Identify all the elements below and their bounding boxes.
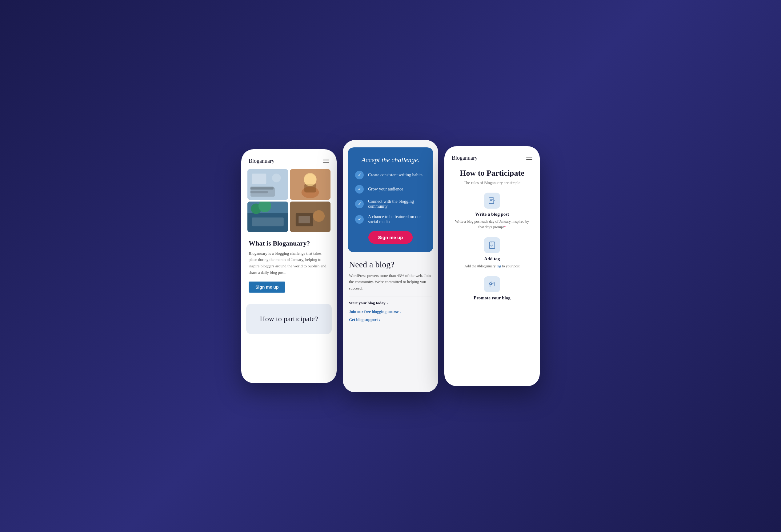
participate-item-3: Promote your blog <box>452 276 532 302</box>
phone1-logo: Bloganuary <box>249 158 275 164</box>
svg-point-4 <box>272 173 281 182</box>
check-icon-3: ✓ <box>355 200 364 208</box>
svg-rect-11 <box>252 217 284 226</box>
phone3-header: Bloganuary <box>444 146 540 166</box>
participate-item-1-desc: Write a blog post each day of January, i… <box>455 219 529 230</box>
svg-rect-1 <box>250 187 273 189</box>
promote-icon <box>484 276 500 292</box>
phone1-image-grid <box>241 169 337 237</box>
tag-icon <box>484 237 500 253</box>
challenge-title: Accept the challenge. <box>355 156 426 164</box>
svg-rect-16 <box>298 216 310 223</box>
check-icon-1: ✓ <box>355 171 364 179</box>
divider <box>349 297 432 297</box>
check-item-2: ✓ Grow your audience <box>355 185 426 194</box>
phone3-subtitle: The rules of Bloganuary are simple <box>452 180 532 185</box>
need-blog-section: Need a blog? WordPress powers more than … <box>343 252 438 322</box>
participate-item-2-title: Add tag <box>484 256 500 261</box>
need-blog-title: Need a blog? <box>349 260 432 270</box>
phone3-hamburger-icon[interactable] <box>526 156 532 160</box>
check-item-1: ✓ Create consistent writing habits <box>355 171 426 179</box>
photo-1 <box>247 169 288 200</box>
asterisk: * <box>504 225 505 229</box>
check-label-3: Connect with the blogging community <box>368 199 426 209</box>
svg-point-6 <box>304 173 316 186</box>
participate-item-1-title: Write a blog post <box>475 212 509 217</box>
phone1-section-title: What is Bloganuary? <box>249 239 329 247</box>
svg-rect-2 <box>250 191 268 193</box>
write-icon <box>484 193 500 209</box>
need-blog-desc: WordPress powers more than 43% of the we… <box>349 273 432 292</box>
phone3-content: How to Participate The rules of Bloganua… <box>444 166 540 316</box>
phone-1: Bloganuary <box>241 149 337 383</box>
phone-2: Accept the challenge. ✓ Create consisten… <box>343 140 438 392</box>
participate-item-2-desc: Add the #bloganuary tag to your post <box>464 263 520 269</box>
participate-item-3-title: Promote your blog <box>474 295 510 301</box>
check-icon-4: ✓ <box>355 215 364 224</box>
phone-3: Bloganuary How to Participate The rules … <box>444 146 540 386</box>
phone3-logo: Bloganuary <box>452 155 478 161</box>
check-item-3: ✓ Connect with the blogging community <box>355 199 426 209</box>
phone3-main-title: How to Participate <box>452 169 532 178</box>
check-label-2: Grow your audience <box>368 187 403 192</box>
hamburger-icon[interactable] <box>323 159 329 163</box>
photo-3 <box>247 202 288 232</box>
phone1-participate-title: How to participate? <box>254 315 324 323</box>
tag-link[interactable]: tag <box>497 264 501 268</box>
phone1-section-desc: Bloganuary is a blogging challenge that … <box>249 250 329 276</box>
phone1-header: Bloganuary <box>241 149 337 169</box>
check-label-4: A chance to be featured on our social me… <box>368 214 426 224</box>
phones-container: Bloganuary <box>241 140 540 392</box>
svg-rect-8 <box>304 184 316 192</box>
check-icon-2: ✓ <box>355 185 364 194</box>
svg-point-17 <box>313 210 325 222</box>
participate-item-1: Write a blog post Write a blog post each… <box>452 193 532 230</box>
phone1-participate-banner: How to participate? <box>246 304 332 334</box>
phone1-content: What is Bloganuary? Bloganuary is a blog… <box>241 237 337 299</box>
check-item-4: ✓ A chance to be featured on our social … <box>355 214 426 224</box>
svg-rect-3 <box>252 173 266 184</box>
phone2-signup-button[interactable]: Sign me up <box>368 231 413 244</box>
support-link[interactable]: Get blog support › <box>349 317 432 322</box>
photo-2 <box>290 169 330 200</box>
photo-4 <box>290 202 330 232</box>
phone1-signup-button[interactable]: Sign me up <box>249 282 285 293</box>
free-course-link[interactable]: Join our free blogging course › <box>349 309 432 314</box>
start-blog-link[interactable]: Start your blog today › <box>349 301 432 305</box>
check-label-1: Create consistent writing habits <box>368 173 422 177</box>
challenge-card: Accept the challenge. ✓ Create consisten… <box>348 148 433 252</box>
participate-item-2: Add tag Add the #bloganuary tag to your … <box>452 237 532 269</box>
